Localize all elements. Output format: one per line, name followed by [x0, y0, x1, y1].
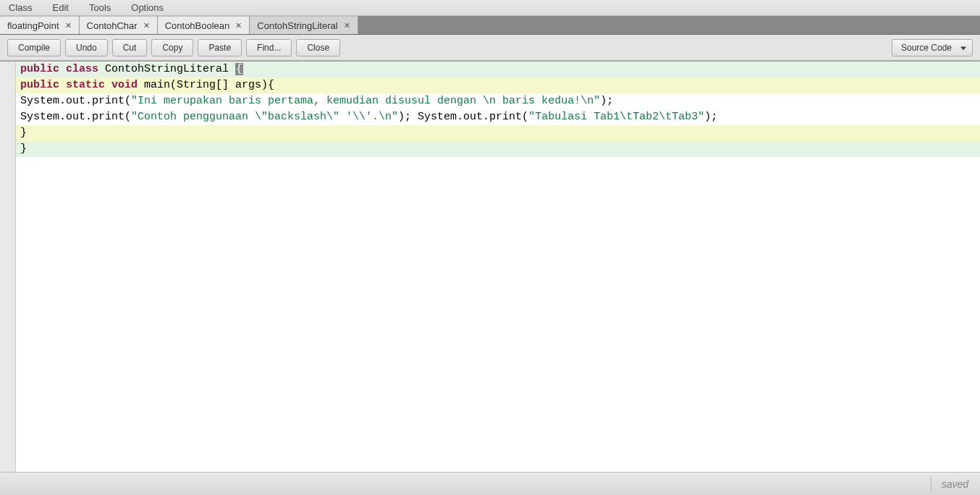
undo-button[interactable]: Undo — [65, 39, 108, 56]
status-bar: saved — [0, 472, 980, 495]
menu-class[interactable]: Class — [9, 2, 33, 13]
paste-button[interactable]: Paste — [198, 39, 242, 56]
tab-label: ContohStringLiteral — [257, 20, 337, 31]
view-mode-dropdown[interactable]: Source Code — [892, 39, 973, 56]
tab-label: ContohChar — [87, 20, 138, 31]
code-area[interactable]: public class ContohStringLiteral { publi… — [16, 62, 980, 472]
code-line: } — [16, 141, 980, 157]
close-icon[interactable]: ✕ — [234, 21, 243, 30]
menubar: Class Edit Tools Options — [0, 0, 980, 16]
close-button[interactable]: Close — [296, 39, 340, 56]
toolbar: Compile Undo Cut Copy Paste Find... Clos… — [0, 35, 980, 61]
copy-button[interactable]: Copy — [151, 39, 193, 56]
tab-label: floatingPoint — [7, 20, 59, 31]
tab-contohboolean[interactable]: ContohBoolean ✕ — [158, 16, 250, 34]
close-icon[interactable]: ✕ — [342, 21, 352, 30]
tab-bar: floatingPoint ✕ ContohChar ✕ ContohBoole… — [0, 16, 980, 35]
code-line: public static void main(String[] args){ — [16, 77, 980, 93]
find-button[interactable]: Find... — [246, 39, 292, 56]
code-line: public class ContohStringLiteral { — [16, 62, 980, 77]
code-line: System.out.print("Contoh penggunaan \"ba… — [16, 109, 980, 125]
menu-tools[interactable]: Tools — [89, 2, 111, 13]
menu-edit[interactable]: Edit — [53, 2, 69, 13]
code-line: System.out.print("Ini merupakan baris pe… — [16, 93, 980, 109]
tab-floatingpoint[interactable]: floatingPoint ✕ — [0, 16, 80, 34]
gutter — [0, 62, 16, 472]
menu-options[interactable]: Options — [131, 2, 164, 13]
compile-button[interactable]: Compile — [7, 39, 61, 56]
code-line: } — [16, 125, 980, 141]
close-icon[interactable]: ✕ — [142, 21, 151, 30]
tab-label: ContohBoolean — [165, 20, 230, 31]
text-cursor: { — [235, 63, 243, 75]
tab-contohchar[interactable]: ContohChar ✕ — [80, 16, 158, 34]
tab-contohstringliteral[interactable]: ContohStringLiteral ✕ — [250, 16, 358, 34]
status-saved: saved — [942, 478, 968, 490]
cut-button[interactable]: Cut — [112, 39, 148, 56]
close-icon[interactable]: ✕ — [64, 21, 73, 30]
editor[interactable]: public class ContohStringLiteral { publi… — [0, 61, 980, 472]
divider — [931, 476, 932, 492]
